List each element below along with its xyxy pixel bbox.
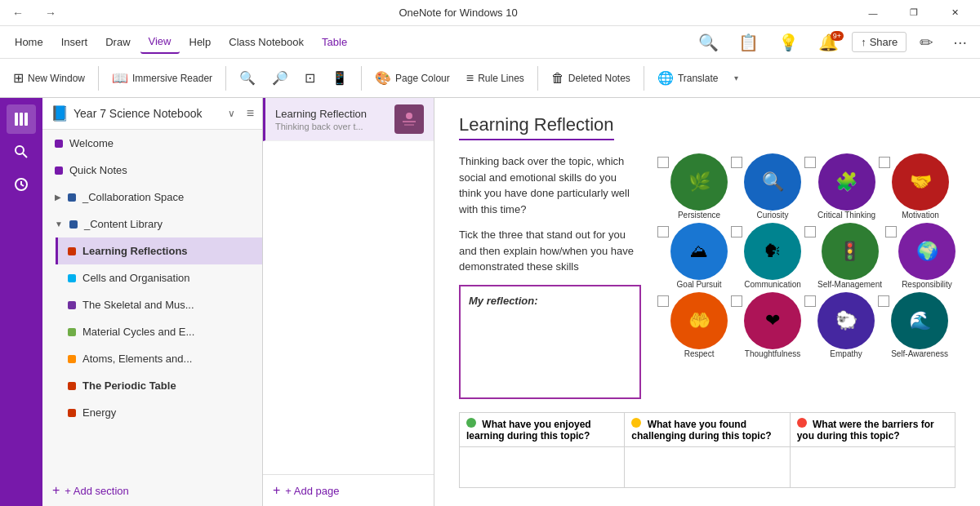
skill-img-respect: 🤲 (670, 292, 728, 349)
skill-img-communication: 🗣 (744, 223, 801, 280)
section-item-content-library[interactable]: ▼ _Content Library (42, 211, 262, 237)
section-item-atoms[interactable]: Atoms, Elements and... (56, 345, 262, 372)
skill-img-self-management: 🚦 (822, 223, 879, 280)
sidebar-notebooks-icon[interactable] (7, 104, 36, 134)
maximize-button[interactable]: ❐ (895, 0, 933, 26)
fit-page-button[interactable]: ⊡ (298, 67, 322, 89)
sidebar-search-icon[interactable] (7, 137, 36, 166)
translate-button[interactable]: 🌐 Translate (651, 67, 725, 89)
svg-rect-0 (15, 113, 18, 126)
zoom-out-button[interactable]: 🔍 (233, 67, 262, 89)
skill-checkbox-goal-pursuit[interactable] (657, 226, 669, 237)
menu-draw[interactable]: Draw (97, 31, 138, 53)
skill-motivation: 🤝 Motivation (879, 153, 949, 220)
table-cell-enjoyed[interactable] (460, 446, 625, 487)
dot-red-icon (797, 418, 807, 428)
separator-1 (98, 66, 99, 91)
table-cell-challenging[interactable] (625, 446, 790, 487)
skill-critical-thinking: 🧩 Critical Thinking (804, 153, 875, 220)
skill-checkbox-critical-thinking[interactable] (804, 157, 816, 168)
minimize-button[interactable]: — (854, 0, 892, 26)
skill-checkbox-communication[interactable] (731, 226, 742, 237)
svg-rect-2 (24, 113, 28, 126)
reflection-layout: Thinking back over the topic, which soci… (459, 153, 956, 399)
section-item-cells[interactable]: Cells and Organisation (56, 264, 262, 291)
back-button[interactable]: ← (7, 2, 29, 24)
lightbulb-icon-btn[interactable]: 💡 (772, 29, 805, 55)
section-label-collaboration: _Collaboration Space (82, 191, 184, 203)
skill-self-awareness: 🌊 Self-Awareness (878, 292, 948, 358)
table-header-challenging-text: What have you found challenging during t… (631, 419, 771, 442)
deleted-notes-button[interactable]: 🗑 Deleted Notes (545, 68, 637, 89)
page-item-header: Learning Reflection Thinking back over t… (275, 104, 424, 134)
skill-checkbox-curiosity[interactable] (731, 157, 742, 168)
section-item-material[interactable]: Material Cycles and E... (56, 318, 262, 345)
menu-home[interactable]: Home (7, 31, 51, 53)
reflection-box[interactable]: My reflection: (459, 285, 641, 399)
table-header-enjoyed-text: What have you enjoyed learning during th… (466, 419, 591, 442)
share-button[interactable]: ↑ Share (852, 32, 906, 52)
skill-checkbox-motivation[interactable] (879, 157, 890, 168)
table-cell-barriers[interactable] (790, 446, 955, 487)
skill-label-responsibility: Responsibility (902, 280, 952, 289)
skill-img-goal-pursuit: ⛰ (670, 223, 728, 280)
add-section-button[interactable]: + + Add section (42, 475, 262, 506)
svg-point-6 (406, 113, 412, 119)
skill-persistence: 🌿 Persistence (657, 153, 728, 220)
notebook-icon-btn[interactable]: 📋 (732, 29, 765, 55)
skill-label-empathy: Empathy (830, 349, 862, 358)
skill-checkbox-thoughtfulness[interactable] (731, 295, 742, 307)
reflection-box-label: My reflection: (469, 295, 538, 307)
sidebar-recent-icon[interactable] (7, 170, 36, 199)
menu-insert[interactable]: Insert (53, 31, 96, 53)
section-item-energy[interactable]: Energy (56, 399, 262, 426)
skill-checkbox-self-awareness[interactable] (878, 295, 889, 307)
menu-help[interactable]: Help (181, 31, 220, 53)
section-item-periodic[interactable]: The Periodic Table (56, 372, 262, 399)
immersive-reader-button[interactable]: 📖 Immersive Reader (105, 67, 219, 89)
svg-point-3 (16, 146, 24, 154)
skill-img-empathy: 🐑 (817, 292, 875, 349)
section-chevron-collaboration[interactable]: ▶ (55, 193, 61, 202)
forward-button[interactable]: → (39, 2, 62, 24)
skill-checkbox-respect[interactable] (657, 295, 669, 307)
notebook-title: Year 7 Science Notebook (74, 107, 223, 120)
zoom-in-button[interactable]: 🔎 (265, 67, 295, 89)
rule-lines-button[interactable]: ≡ Rule Lines (460, 68, 531, 89)
notifications-btn[interactable]: 🔔 9+ (812, 29, 845, 55)
search-icon-btn[interactable]: 🔍 (692, 29, 725, 55)
section-dot-cells (68, 274, 76, 282)
page-colour-icon: 🎨 (375, 70, 391, 86)
skill-checkbox-self-management[interactable] (804, 226, 816, 237)
notebook-sidebar (0, 98, 42, 506)
skill-checkbox-persistence[interactable] (657, 157, 669, 168)
skill-checkbox-responsibility[interactable] (885, 226, 897, 237)
section-chevron-content-library[interactable]: ▼ (55, 220, 63, 229)
menu-class-notebook[interactable]: Class Notebook (220, 31, 312, 53)
section-item-learning-reflections[interactable]: Learning Reflections (56, 237, 262, 264)
skill-label-motivation: Motivation (902, 211, 939, 220)
new-window-button[interactable]: ⊞ New Window (7, 67, 91, 89)
close-button[interactable]: ✕ (936, 0, 973, 26)
skill-checkbox-empathy[interactable] (804, 295, 816, 307)
section-item-skeletal[interactable]: The Skeletal and Mus... (56, 291, 262, 318)
add-page-button[interactable]: + + Add page (263, 474, 434, 506)
menu-table[interactable]: Table (314, 31, 355, 53)
menu-bar: Home Insert Draw View Help Class Noteboo… (0, 26, 980, 59)
skill-label-goal-pursuit: Goal Pursuit (677, 280, 722, 289)
more-options-button[interactable]: ··· (947, 29, 973, 55)
section-item-collaboration[interactable]: ▶ _Collaboration Space (42, 184, 262, 211)
edit-mode-button[interactable]: ✏ (913, 29, 940, 55)
skill-communication: 🗣 Communication (731, 223, 801, 289)
mobile-view-button[interactable]: 📱 (325, 67, 354, 89)
notebook-sort-icon[interactable]: ≡ (247, 106, 254, 121)
table-content-row (460, 446, 956, 487)
menu-view[interactable]: View (140, 30, 180, 54)
toolbar-more-button[interactable]: ▾ (728, 70, 745, 86)
notebook-chevron-icon[interactable]: ∨ (228, 108, 235, 119)
notebook-icon: 📘 (51, 104, 69, 122)
section-item-welcome[interactable]: Welcome (42, 130, 262, 157)
page-item-learning-reflection[interactable]: Learning Reflection Thinking back over t… (263, 98, 434, 141)
section-item-quick-notes[interactable]: Quick Notes (42, 157, 262, 184)
page-colour-button[interactable]: 🎨 Page Colour (368, 67, 457, 89)
